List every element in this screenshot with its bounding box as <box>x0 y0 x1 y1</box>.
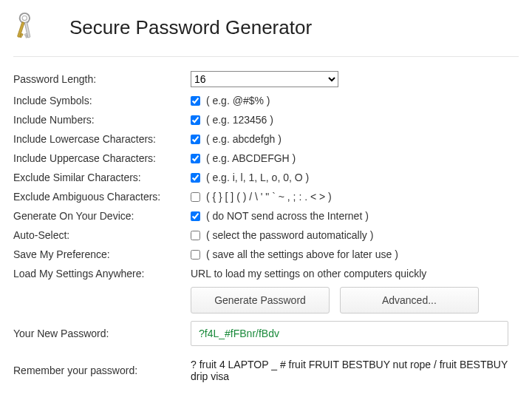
page-header: Secure Password Generator <box>13 7 519 57</box>
svg-rect-7 <box>26 36 28 38</box>
svg-rect-4 <box>20 35 22 38</box>
keys-icon <box>13 10 47 44</box>
generate-on-device-checkbox[interactable] <box>191 211 200 221</box>
password-length-select[interactable]: 16 <box>191 71 338 87</box>
label-length: Password Length: <box>13 67 191 91</box>
save-preference-checkbox[interactable] <box>191 250 200 260</box>
page-title: Secure Password Generator <box>69 16 312 39</box>
svg-point-0 <box>20 13 30 23</box>
helper-ambiguous: ( { } [ ] ( ) / \ ' " ` ~ , ; : . < > ) <box>206 191 332 203</box>
svg-rect-3 <box>21 33 24 35</box>
svg-rect-6 <box>24 33 27 35</box>
exclude-similar-checkbox[interactable] <box>191 173 200 183</box>
mnemonic-output: ? fruit 4 LAPTOP _ # fruit FRUIT BESTBUY… <box>191 359 508 382</box>
label-ambiguous: Exclude Ambiguous Characters: <box>13 187 191 206</box>
include-symbols-checkbox[interactable] <box>191 96 200 106</box>
helper-upper: ( e.g. ABCDEFGH ) <box>206 152 296 164</box>
label-device: Generate On Your Device: <box>13 206 191 226</box>
label-upper: Include Uppercase Characters: <box>13 149 191 168</box>
helper-device: ( do NOT send across the Internet ) <box>206 210 369 222</box>
helper-loadany: URL to load my settings on other compute… <box>191 268 426 279</box>
label-symbols: Include Symbols: <box>13 91 191 110</box>
label-numbers: Include Numbers: <box>13 110 191 129</box>
settings-form: Password Length: 16 Include Symbols: ( e… <box>13 67 519 386</box>
helper-symbols: ( e.g. @#$% ) <box>206 95 270 106</box>
label-similar: Exclude Similar Characters: <box>13 168 191 187</box>
helper-numbers: ( e.g. 123456 ) <box>206 114 273 126</box>
helper-savepref: ( save all the settings above for later … <box>206 248 398 260</box>
include-lowercase-checkbox[interactable] <box>191 135 200 144</box>
exclude-ambiguous-checkbox[interactable] <box>191 192 200 202</box>
helper-autoselect: ( select the password automatically ) <box>206 229 373 241</box>
helper-lower: ( e.g. abcdefgh ) <box>206 133 282 145</box>
svg-point-1 <box>22 16 27 20</box>
label-savepref: Save My Preference: <box>13 245 191 264</box>
new-password-output[interactable] <box>191 321 508 346</box>
label-newpw: Your New Password: <box>13 317 191 350</box>
advanced-button[interactable]: Advanced... <box>340 287 479 313</box>
label-autoselect: Auto-Select: <box>13 226 191 245</box>
include-uppercase-checkbox[interactable] <box>191 154 200 163</box>
label-loadany: Load My Settings Anywhere: <box>13 264 191 283</box>
auto-select-checkbox[interactable] <box>191 231 200 240</box>
label-lower: Include Lowercase Characters: <box>13 129 191 149</box>
helper-similar: ( e.g. i, l, 1, L, o, 0, O ) <box>206 172 309 183</box>
include-numbers-checkbox[interactable] <box>191 115 200 125</box>
generate-password-button[interactable]: Generate Password <box>191 287 330 313</box>
label-remember: Remember your password: <box>13 350 191 386</box>
